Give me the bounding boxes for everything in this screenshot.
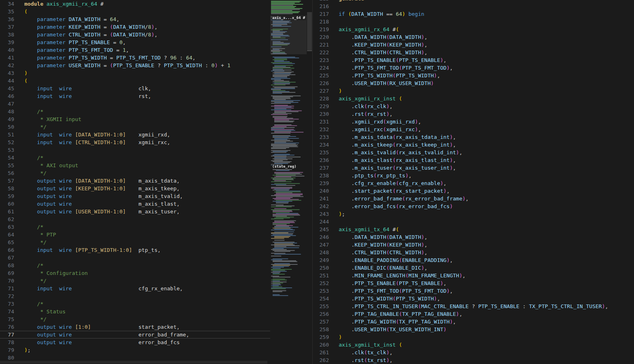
code-line[interactable]: 41 parameter PTP_TS_WIDTH = PTP_TS_FMT_T… xyxy=(0,54,270,62)
code-text[interactable]: .DATA_WIDTH(DATA_WIDTH), xyxy=(329,33,427,41)
code-line[interactable]: 65 */ xyxy=(0,238,270,246)
code-line[interactable]: 36 parameter DATA_WIDTH = 64, xyxy=(0,15,270,23)
line-number[interactable]: 40 xyxy=(0,46,19,54)
line-number[interactable]: 235 xyxy=(313,149,329,156)
code-line[interactable]: 228axis_xgmii_rx_inst ( xyxy=(313,95,634,102)
code-line[interactable]: 234 .m_axis_tkeep(rx_axis_tkeep_int), xyxy=(313,141,634,149)
code-text[interactable]: .CTRL_WIDTH(CTRL_WIDTH), xyxy=(329,49,427,56)
code-text[interactable]: * Status xyxy=(19,308,66,315)
code-text[interactable]: .PTP_TS_WIDTH(PTP_TS_WIDTH), xyxy=(329,72,440,79)
code-text[interactable]: .rst(tx_rst), xyxy=(329,356,393,364)
line-number[interactable]: 59 xyxy=(0,192,19,200)
line-number[interactable]: 217 xyxy=(313,10,329,18)
code-text[interactable]: output wire m_axis_tlast, xyxy=(19,200,180,208)
code-text[interactable]: .PTP_TS_ENABLE(PTP_TS_ENABLE), xyxy=(329,56,446,64)
code-text[interactable]: output wire [KEEP_WIDTH-1:0] m_axis_tkee… xyxy=(19,185,180,192)
code-line[interactable]: 64 * PTP xyxy=(0,231,270,238)
code-line[interactable]: 223 .PTP_TS_ENABLE(PTP_TS_ENABLE), xyxy=(313,56,634,64)
code-text[interactable]: .PTP_TS_WIDTH(PTP_TS_WIDTH), xyxy=(329,295,440,302)
code-line[interactable]: 216 xyxy=(313,2,634,10)
code-line[interactable]: 46 input wire rst, xyxy=(0,92,270,100)
line-number[interactable]: 221 xyxy=(313,41,329,49)
line-number[interactable]: 229 xyxy=(313,102,329,110)
code-line[interactable]: 67 xyxy=(0,254,270,262)
line-number[interactable]: 35 xyxy=(0,8,19,15)
code-text[interactable]: */ xyxy=(19,277,47,285)
code-text[interactable]: .error_bad_fcs(rx_error_bad_fcs) xyxy=(329,202,453,210)
code-text[interactable]: .xgmii_rxd(xgmii_rxd), xyxy=(329,118,421,126)
code-line[interactable]: 63 /* xyxy=(0,223,270,231)
line-number[interactable]: 51 xyxy=(0,131,19,138)
code-line[interactable]: 70 */ xyxy=(0,277,270,285)
line-number[interactable]: 260 xyxy=(313,341,329,349)
code-line[interactable]: 252 .PTP_TS_ENABLE(PTP_TS_ENABLE), xyxy=(313,279,634,287)
line-number[interactable]: 46 xyxy=(0,92,19,100)
code-line[interactable]: 66 input wire [PTP_TS_WIDTH-1:0] ptp_ts, xyxy=(0,246,270,254)
code-text[interactable]: */ xyxy=(19,169,47,177)
line-number[interactable]: 75 xyxy=(0,315,19,323)
line-number[interactable]: 73 xyxy=(0,300,19,308)
code-text[interactable]: .PTP_TAG_WIDTH(TX_PTP_TAG_WIDTH), xyxy=(329,318,456,326)
line-number[interactable]: 68 xyxy=(0,262,19,269)
line-number[interactable]: 220 xyxy=(313,33,329,41)
line-number[interactable]: 60 xyxy=(0,200,19,208)
left-vertical-scrollbar-slider[interactable] xyxy=(307,12,312,51)
code-line[interactable]: 249 .ENABLE_PADDING(ENABLE_PADDING), xyxy=(313,256,634,264)
code-text[interactable]: .m_axis_tkeep(rx_axis_tkeep_int), xyxy=(329,141,456,149)
code-text[interactable]: .clk(rx_clk), xyxy=(329,102,393,110)
code-text[interactable]: ( xyxy=(19,8,28,15)
code-line[interactable]: 236 .m_axis_tlast(rx_axis_tlast_int), xyxy=(313,156,634,164)
code-text[interactable]: output wire m_axis_tvalid, xyxy=(19,192,183,200)
line-number[interactable]: 50 xyxy=(0,123,19,131)
code-line[interactable]: 43) xyxy=(0,69,270,77)
code-line[interactable]: 240 .start_packet(rx_start_packet), xyxy=(313,187,634,195)
line-number[interactable]: 47 xyxy=(0,100,19,108)
line-number[interactable]: 243 xyxy=(313,210,329,218)
code-line[interactable]: 75 */ xyxy=(0,315,270,323)
code-text[interactable]: input wire [PTP_TS_WIDTH-1:0] ptp_ts, xyxy=(19,246,161,254)
code-text[interactable]: */ xyxy=(19,123,47,131)
code-line[interactable]: 239 .cfg_rx_enable(cfg_rx_enable), xyxy=(313,179,634,187)
code-line[interactable]: 53 xyxy=(0,146,270,154)
code-text[interactable]: */ xyxy=(19,238,47,246)
code-line[interactable]: 217if (DATA_WIDTH == 64) begin xyxy=(313,10,634,18)
line-number[interactable]: 249 xyxy=(313,256,329,264)
code-text[interactable]: input wire rst, xyxy=(19,92,151,100)
code-text[interactable]: .start_packet(rx_start_packet), xyxy=(329,187,450,195)
code-text[interactable]: * PTP xyxy=(19,231,56,238)
code-line[interactable]: 59 output wire m_axis_tvalid, xyxy=(0,192,270,200)
code-text[interactable]: /* xyxy=(19,223,43,231)
line-number[interactable]: 247 xyxy=(313,241,329,249)
line-number[interactable]: 76 xyxy=(0,323,19,331)
line-number[interactable]: 250 xyxy=(313,264,329,272)
line-number[interactable]: 55 xyxy=(0,162,19,169)
line-number[interactable]: 257 xyxy=(313,318,329,326)
line-number[interactable]: 38 xyxy=(0,31,19,38)
code-line[interactable]: 229 .clk(rx_clk), xyxy=(313,102,634,110)
line-number[interactable]: 251 xyxy=(313,272,329,279)
code-line[interactable]: 35( xyxy=(0,8,270,15)
line-number[interactable]: 64 xyxy=(0,231,19,238)
left-horizontal-scrollbar-slider[interactable] xyxy=(0,361,267,364)
line-number[interactable]: 65 xyxy=(0,238,19,246)
code-line[interactable]: 230 .rst(rx_rst), xyxy=(313,110,634,118)
line-number[interactable]: 72 xyxy=(0,292,19,300)
line-number[interactable]: 219 xyxy=(313,26,329,33)
code-text[interactable]: */ xyxy=(19,315,47,323)
code-text[interactable]: parameter KEEP_WIDTH = (DATA_WIDTH/8), xyxy=(19,23,158,31)
code-text[interactable]: .clk(tx_clk), xyxy=(329,349,393,356)
code-text[interactable]: .USER_WIDTH(RX_USER_WIDTH) xyxy=(329,79,434,87)
code-text[interactable]: * AXI output xyxy=(19,162,78,169)
code-text[interactable]: * Configuration xyxy=(19,269,88,277)
code-text[interactable]: .error_bad_frame(rx_error_bad_frame), xyxy=(329,195,469,202)
code-line[interactable]: 76 output wire [1:0] start_packet, xyxy=(0,323,270,331)
code-text[interactable]: parameter PTP_TS_WIDTH = PTP_TS_FMT_TOD … xyxy=(19,54,196,62)
line-number[interactable]: 253 xyxy=(313,287,329,295)
code-line[interactable]: 243); xyxy=(313,210,634,218)
code-line[interactable]: 73 /* xyxy=(0,300,270,308)
code-text[interactable]: .m_axis_tvalid(rx_axis_tvalid_int), xyxy=(329,149,462,156)
line-number[interactable]: 262 xyxy=(313,356,329,364)
code-text[interactable] xyxy=(19,215,24,223)
code-line[interactable]: 42 parameter USER_WIDTH = (PTP_TS_ENABLE… xyxy=(0,62,270,69)
code-text[interactable]: * XGMII input xyxy=(19,115,81,123)
